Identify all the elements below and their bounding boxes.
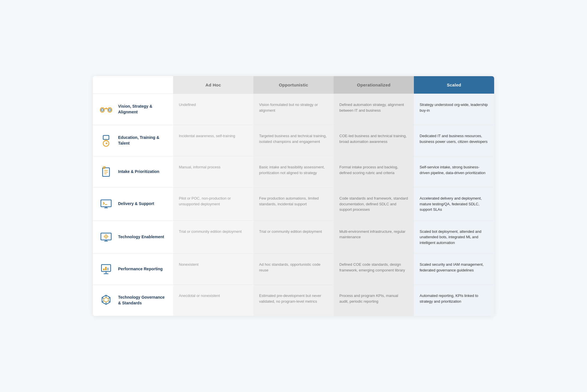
monitor-code-icon <box>99 196 114 211</box>
svg-point-2 <box>101 109 103 111</box>
vision-operationalized: Defined automation strategy, alignment b… <box>334 94 414 125</box>
row-label-education-text: Education, Training & Talent <box>118 135 167 146</box>
vision-scaled: Strategy understood org-wide, leadership… <box>414 94 494 125</box>
binoculars-icon <box>99 102 114 117</box>
education-opportunistic: Targeted business and technical training… <box>253 125 334 156</box>
svg-rect-32 <box>105 267 107 270</box>
header-opportunistic: Opportunistic <box>253 76 334 94</box>
technology-scaled: Scaled bot deployment, attended and unat… <box>414 220 494 254</box>
technology-adhoc: Trial or community edition deployment <box>173 220 253 254</box>
header-label-cell <box>93 76 173 94</box>
svg-point-3 <box>109 109 111 111</box>
header-operationalized: Operationalized <box>334 76 414 94</box>
intake-scaled: Self-service intake, strong business-dri… <box>414 156 494 187</box>
row-label-intake-text: Intake & Prioritization <box>118 169 159 175</box>
row-label-vision-text: Vision, Strategy & Alignment <box>118 104 167 115</box>
delivery-opportunistic: Few production automations, limited stan… <box>253 187 334 220</box>
vision-opportunistic: Vision formulated but no strategy or ali… <box>253 94 334 125</box>
maturity-table: Ad Hoc Opportunistic Operationalized Sca… <box>93 76 494 316</box>
governance-scaled: Automated reporting, KPIs linked to stra… <box>414 285 494 316</box>
governance-operationalized: Process and program KPIs, manual audit, … <box>334 285 414 316</box>
governance-adhoc: Anecdotal or nonexistent <box>173 285 253 316</box>
education-operationalized: COE-led business and technical training,… <box>334 125 414 156</box>
header-adhoc: Ad Hoc <box>173 76 253 94</box>
svg-text:★: ★ <box>105 142 108 145</box>
intake-operationalized: Formal intake process and backlog, defin… <box>334 156 414 187</box>
svg-rect-6 <box>103 135 109 139</box>
monitor-gear-icon <box>99 230 114 245</box>
row-label-performance: Performance Reporting <box>93 253 173 285</box>
performance-opportunistic: Ad hoc standards, opportunistic code reu… <box>253 253 334 285</box>
education-scaled: Dedicated IT and business resources, bus… <box>414 125 494 156</box>
row-label-delivery-text: Delivery & Support <box>118 201 154 207</box>
technology-operationalized: Multi-environment infrastructure, regula… <box>334 220 414 254</box>
header-scaled: Scaled <box>414 76 494 94</box>
cube-network-icon <box>99 293 114 308</box>
svg-rect-15 <box>101 200 111 207</box>
row-label-intake: Intake & Prioritization <box>93 156 173 187</box>
svg-rect-33 <box>107 268 109 270</box>
svg-point-23 <box>105 236 107 237</box>
svg-rect-31 <box>103 269 105 270</box>
education-adhoc: Incidental awareness, self-training <box>173 125 253 156</box>
row-label-governance-text: Technology Governance & Standards <box>118 295 167 306</box>
row-label-performance-text: Performance Reporting <box>118 266 163 272</box>
delivery-scaled: Accelerated delivery and deployment, mat… <box>414 187 494 220</box>
intake-opportunistic: Basic intake and feasibility assessment,… <box>253 156 334 187</box>
row-label-education: ★ Education, Training & Talent <box>93 125 173 156</box>
intake-adhoc: Manual, informal process <box>173 156 253 187</box>
delivery-adhoc: Pilot or POC, non-production or unsuppor… <box>173 187 253 220</box>
svg-marker-35 <box>104 298 108 302</box>
performance-adhoc: Nonexistent <box>173 253 253 285</box>
table-grid: Ad Hoc Opportunistic Operationalized Sca… <box>93 76 494 316</box>
performance-scaled: Scaled security and IAM management, fede… <box>414 253 494 285</box>
row-label-technology-text: Technology Enablement <box>118 234 164 240</box>
technology-opportunistic: Trial or community edition deployment <box>253 220 334 254</box>
delivery-operationalized: Code standards and framework, standard d… <box>334 187 414 220</box>
chart-presentation-icon <box>99 262 114 277</box>
governance-opportunistic: Estimated pre-development but never vali… <box>253 285 334 316</box>
row-label-technology: Technology Enablement <box>93 220 173 254</box>
medal-icon: ★ <box>99 133 114 148</box>
row-label-delivery: Delivery & Support <box>93 187 173 220</box>
vision-adhoc: Undefined <box>173 94 253 125</box>
row-label-governance: Technology Governance & Standards <box>93 285 173 316</box>
performance-operationalized: Defined COE code standards, design frame… <box>334 253 414 285</box>
row-label-vision: Vision, Strategy & Alignment <box>93 94 173 125</box>
checklist-icon <box>99 164 114 179</box>
